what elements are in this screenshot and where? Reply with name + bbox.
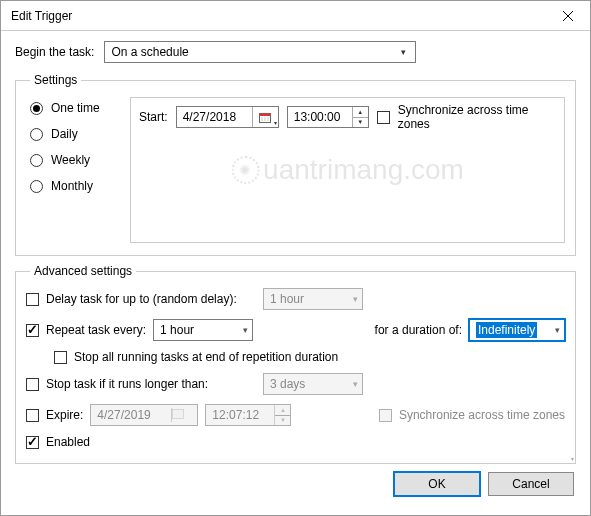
radio-one-time[interactable]: One time: [30, 101, 120, 115]
stop-repetition-checkbox[interactable]: [54, 351, 67, 364]
stop-long-combo: 3 days ▾: [263, 373, 363, 395]
stop-long-value: 3 days: [270, 377, 305, 391]
radio-icon: [30, 102, 43, 115]
radio-label: Monthly: [51, 179, 93, 193]
spin-down-icon: ▼: [275, 416, 290, 426]
repeat-checkbox[interactable]: [26, 324, 39, 337]
spin-up-icon: ▲: [353, 107, 368, 118]
repeat-label: Repeat task every:: [46, 323, 146, 337]
settings-fieldset: Settings One time Daily Weekly Monthly: [15, 73, 576, 256]
svg-rect-7: [173, 410, 184, 419]
sync-timezone-label: Synchronize across time zones: [398, 103, 556, 131]
ok-button[interactable]: OK: [394, 472, 480, 496]
start-time-input[interactable]: 13:00:00 ▲ ▼: [287, 106, 369, 128]
enabled-label: Enabled: [46, 435, 90, 449]
begin-task-label: Begin the task:: [15, 45, 94, 59]
start-panel: Start: 4/27/2018 ▾: [130, 97, 565, 243]
expire-checkbox[interactable]: [26, 409, 39, 422]
schedule-options: One time Daily Weekly Monthly: [26, 97, 120, 243]
settings-legend: Settings: [30, 73, 81, 87]
radio-label: One time: [51, 101, 100, 115]
sync-timezone-checkbox[interactable]: [377, 111, 390, 124]
expire-label: Expire:: [46, 408, 83, 422]
radio-weekly[interactable]: Weekly: [30, 153, 120, 167]
expire-date-input: 4/27/2019 ▾: [90, 404, 198, 426]
begin-task-combo[interactable]: On a schedule ▾: [104, 41, 416, 63]
chevron-down-icon: ▾: [274, 119, 277, 126]
delay-checkbox[interactable]: [26, 293, 39, 306]
calendar-icon: [259, 112, 271, 123]
radio-label: Weekly: [51, 153, 90, 167]
duration-label: for a duration of:: [375, 323, 462, 337]
titlebar: Edit Trigger: [1, 1, 590, 31]
radio-icon: [30, 128, 43, 141]
radio-icon: [30, 154, 43, 167]
bulb-icon: ✺: [231, 156, 259, 184]
start-date-value: 4/27/2018: [177, 110, 252, 124]
delay-value: 1 hour: [270, 292, 304, 306]
calendar-toggle[interactable]: ▾: [252, 107, 278, 127]
window-title: Edit Trigger: [11, 9, 546, 23]
expire-sync-label: Synchronize across time zones: [399, 408, 565, 422]
button-row: OK Cancel: [15, 472, 576, 496]
chevron-down-icon: ▾: [571, 455, 574, 462]
time-spinner[interactable]: ▲ ▼: [352, 107, 368, 127]
enabled-checkbox[interactable]: [26, 436, 39, 449]
begin-task-row: Begin the task: On a schedule ▾: [15, 41, 576, 63]
advanced-fieldset: Advanced settings Delay task for up to (…: [15, 264, 576, 464]
chevron-down-icon: ▾: [353, 379, 358, 389]
chevron-down-icon: ▾: [395, 47, 411, 57]
delay-combo: 1 hour ▾: [263, 288, 363, 310]
repeat-every-value: 1 hour: [160, 323, 194, 337]
calendar-toggle: ▾: [171, 408, 197, 422]
expire-date-value: 4/27/2019: [91, 408, 171, 422]
close-icon: [563, 11, 573, 21]
start-time-value: 13:00:00: [288, 110, 352, 124]
time-spinner: ▲ ▼: [274, 405, 290, 425]
advanced-legend: Advanced settings: [30, 264, 136, 278]
duration-value: Indefinitely: [476, 322, 537, 338]
stop-long-checkbox[interactable]: [26, 378, 39, 391]
stop-repetition-label: Stop all running tasks at end of repetit…: [74, 350, 338, 364]
dialog-content: Begin the task: On a schedule ▾ Settings…: [1, 31, 590, 508]
start-label: Start:: [139, 110, 168, 124]
start-date-input[interactable]: 4/27/2018 ▾: [176, 106, 279, 128]
spin-down-icon: ▼: [353, 118, 368, 128]
radio-monthly[interactable]: Monthly: [30, 179, 120, 193]
expire-time-value: 12:07:12: [206, 408, 274, 422]
duration-combo[interactable]: Indefinitely ▾: [469, 319, 565, 341]
repeat-every-combo[interactable]: 1 hour ▾: [153, 319, 253, 341]
cancel-button[interactable]: Cancel: [488, 472, 574, 496]
close-button[interactable]: [546, 1, 590, 31]
stop-long-label: Stop task if it runs longer than:: [46, 377, 256, 391]
chevron-down-icon: ▾: [555, 325, 560, 335]
expire-time-input: 12:07:12 ▲ ▼: [205, 404, 291, 426]
chevron-down-icon: ▾: [243, 325, 248, 335]
radio-label: Daily: [51, 127, 78, 141]
chevron-down-icon: ▾: [353, 294, 358, 304]
delay-label: Delay task for up to (random delay):: [46, 292, 256, 306]
calendar-icon: [172, 408, 184, 419]
expire-sync-checkbox: [379, 409, 392, 422]
watermark: ✺ uantrimang.com: [231, 154, 464, 186]
spin-up-icon: ▲: [275, 405, 290, 416]
begin-task-value: On a schedule: [111, 45, 188, 59]
radio-icon: [30, 180, 43, 193]
svg-rect-3: [260, 113, 271, 116]
radio-daily[interactable]: Daily: [30, 127, 120, 141]
